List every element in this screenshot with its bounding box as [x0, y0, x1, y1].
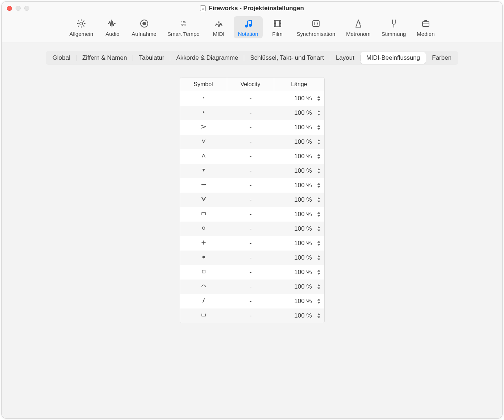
length-cell: 100 % — [274, 95, 324, 102]
velocity-cell[interactable]: - — [227, 167, 274, 175]
toolbar-item-assets[interactable]: Medien — [412, 16, 439, 38]
symbol-cell — [180, 283, 227, 291]
length-value[interactable]: 100 % — [294, 95, 312, 102]
subtab-tabulatur[interactable]: Tabulatur — [133, 52, 170, 64]
length-stepper[interactable] — [317, 298, 321, 304]
length-value[interactable]: 100 % — [294, 196, 312, 203]
velocity-cell[interactable]: - — [227, 138, 274, 146]
zoom-window-button[interactable] — [24, 6, 29, 11]
length-stepper[interactable] — [317, 255, 321, 261]
accent-icon — [200, 123, 207, 132]
length-value[interactable]: 100 % — [294, 124, 312, 131]
velocity-cell[interactable]: - — [227, 182, 274, 189]
toolbar-item-metronome[interactable]: Metronom — [342, 16, 375, 38]
col-header-velocity[interactable]: Velocity — [227, 77, 274, 91]
length-value[interactable]: 100 % — [294, 312, 312, 319]
toolbar-item-film[interactable]: Film — [265, 16, 290, 38]
length-value[interactable]: 100 % — [294, 109, 312, 117]
length-stepper[interactable] — [317, 197, 321, 203]
close-window-button[interactable] — [7, 6, 12, 11]
film-icon — [272, 18, 283, 29]
symbol-cell — [180, 109, 227, 117]
length-stepper[interactable] — [317, 211, 321, 217]
velocity-cell[interactable]: - — [227, 153, 274, 160]
length-value[interactable]: 100 % — [294, 211, 312, 218]
length-stepper[interactable] — [317, 284, 321, 290]
col-header-symbol[interactable]: Symbol — [180, 77, 227, 91]
velocity-cell[interactable]: - — [227, 225, 274, 232]
length-stepper[interactable] — [317, 269, 321, 275]
svg-point-15 — [202, 227, 205, 229]
length-stepper[interactable] — [317, 96, 321, 101]
subtab-akkorde[interactable]: Akkorde & Diagramme — [170, 52, 244, 64]
table-row: -100 % — [180, 106, 324, 120]
table-row: -100 % — [180, 149, 324, 164]
subtab-layout[interactable]: Layout — [330, 52, 360, 64]
length-stepper[interactable] — [317, 125, 321, 130]
length-value[interactable]: 100 % — [294, 153, 312, 160]
notes-icon — [243, 18, 253, 29]
velocity-cell[interactable]: - — [227, 211, 274, 218]
col-header-length[interactable]: Länge — [274, 77, 324, 91]
toolbar-item-sync[interactable]: Synchronisation — [292, 16, 340, 38]
length-value[interactable]: 100 % — [294, 225, 312, 232]
symbol-cell — [180, 225, 227, 233]
velocity-cell[interactable]: - — [227, 95, 274, 102]
subtab-ziffern[interactable]: Ziffern & Namen — [76, 52, 133, 64]
subtab-farben[interactable]: Farben — [426, 52, 457, 64]
metronome-icon — [353, 18, 363, 29]
table-row: -100 % — [180, 308, 324, 323]
length-stepper[interactable] — [317, 139, 321, 145]
length-stepper[interactable] — [317, 110, 321, 116]
table-row: -100 % — [180, 135, 324, 149]
length-value[interactable]: 100 % — [294, 269, 312, 276]
velocity-cell[interactable]: - — [227, 283, 274, 290]
toolbar-item-smarttempo[interactable]: 120AUTOSmart Tempo — [163, 16, 204, 38]
toolbar-item-general[interactable]: Allgemein — [65, 16, 97, 38]
length-stepper[interactable] — [317, 168, 321, 174]
subtab-midibeein[interactable]: MIDI-Beeinflussung — [361, 52, 426, 64]
tempo120-icon: 120AUTO — [178, 18, 188, 29]
length-cell: 100 % — [274, 167, 324, 175]
length-value[interactable]: 100 % — [294, 167, 312, 175]
velocity-cell[interactable]: - — [227, 196, 274, 203]
toolbar-item-recording[interactable]: Aufnahme — [127, 16, 161, 38]
toolbar-item-midi[interactable]: MIDI — [206, 16, 232, 38]
length-value[interactable]: 100 % — [294, 298, 312, 305]
bracket-down-icon — [200, 210, 207, 219]
length-value[interactable]: 100 % — [294, 240, 312, 247]
velocity-cell[interactable]: - — [227, 254, 274, 261]
symbol-cell — [180, 152, 227, 161]
symbol-cell — [180, 167, 227, 175]
length-value[interactable]: 100 % — [294, 182, 312, 189]
velocity-cell[interactable]: - — [227, 240, 274, 247]
velocity-cell[interactable]: - — [227, 312, 274, 319]
symbol-cell — [180, 138, 227, 146]
subtab-global[interactable]: Global — [47, 52, 76, 64]
length-cell: 100 % — [274, 211, 324, 218]
length-stepper[interactable] — [317, 154, 321, 159]
velocity-cell[interactable]: - — [227, 298, 274, 305]
toolbar-item-notation[interactable]: Notation — [234, 16, 263, 38]
velocity-cell[interactable]: - — [227, 269, 274, 276]
toolbar-item-audio[interactable]: Audio — [100, 16, 125, 38]
length-value[interactable]: 100 % — [294, 283, 312, 290]
length-stepper[interactable] — [317, 182, 321, 188]
velocity-cell[interactable]: - — [227, 109, 274, 117]
length-stepper[interactable] — [317, 226, 321, 232]
length-stepper[interactable] — [317, 313, 321, 319]
content-area: Symbol Velocity Länge -100 %-100 %-100 %… — [2, 71, 502, 323]
length-stepper[interactable] — [317, 240, 321, 246]
toolbar-item-tuning[interactable]: Stimmung — [377, 16, 411, 38]
symbol-cell — [180, 94, 227, 103]
velocity-cell[interactable]: - — [227, 124, 274, 131]
subtab-schluessel[interactable]: Schlüssel, Takt- und Tonart — [244, 52, 330, 64]
table-body: -100 %-100 %-100 %-100 %-100 %-100 %-100… — [180, 91, 324, 323]
length-cell: 100 % — [274, 269, 324, 276]
table-row: -100 % — [180, 178, 324, 193]
symbol-cell — [180, 123, 227, 132]
length-value[interactable]: 100 % — [294, 138, 312, 146]
minimize-window-button[interactable] — [16, 6, 21, 11]
v-down-bold-icon — [200, 196, 207, 204]
length-value[interactable]: 100 % — [294, 254, 312, 261]
